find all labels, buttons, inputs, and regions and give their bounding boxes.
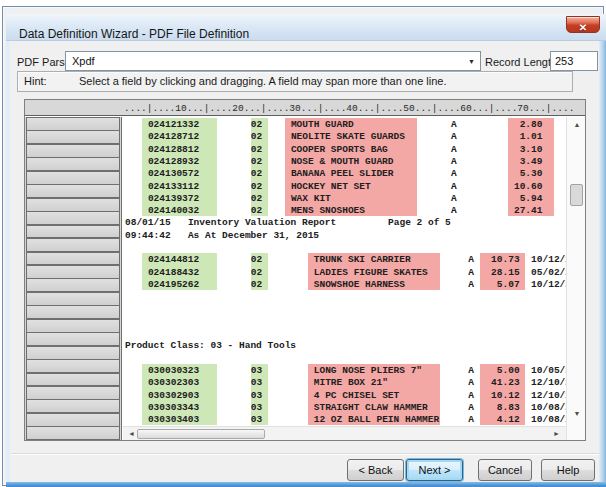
- window-frame-right: [599, 41, 606, 482]
- pdf-parser-value: Xpdf: [72, 55, 95, 67]
- report-text: NEOLITE SKATE GUARDS: [291, 131, 405, 142]
- pdf-parser-select[interactable]: Xpdf ▼: [65, 51, 481, 71]
- report-text: 02: [251, 205, 262, 216]
- gutter-row-cell: [26, 332, 120, 346]
- report-text: SNOWSHOE HARNESS: [314, 279, 405, 290]
- gutter-row-cell: [26, 184, 120, 198]
- report-text: MITRE BOX 21": [314, 377, 388, 388]
- report-text: 08/01/15: [125, 217, 171, 228]
- report-text: A: [468, 365, 474, 376]
- record-length-input[interactable]: [550, 51, 598, 71]
- report-text: 4.12: [497, 414, 520, 425]
- report-text: 5.94: [520, 193, 543, 204]
- hint-label: Hint:: [24, 75, 47, 87]
- help-button[interactable]: Help: [541, 459, 595, 481]
- report-text: A: [451, 119, 457, 130]
- report-text: 03: [251, 390, 262, 401]
- report-text: 02: [251, 131, 262, 142]
- report-text: 02: [251, 144, 262, 155]
- horizontal-scrollbar[interactable]: ◄ ||| ►: [123, 426, 566, 441]
- gutter-row-cell: [26, 171, 120, 185]
- scroll-right-icon[interactable]: ►: [553, 430, 560, 437]
- report-text: BANANA PEEL SLIDER: [291, 168, 394, 179]
- title-bar[interactable]: Data Definition Wizard - PDF File Defini…: [6, 14, 606, 41]
- report-text: 024188432: [148, 267, 199, 278]
- report-text: 024128712: [148, 131, 199, 142]
- report-text: STRAIGHT CLAW HAMMER: [314, 402, 428, 413]
- cancel-button[interactable]: Cancel: [478, 459, 532, 481]
- gutter-row-cell: [26, 252, 120, 266]
- window-frame-left: [6, 41, 10, 482]
- next-button[interactable]: Next >: [406, 459, 463, 481]
- record-length-label: Record Length: [485, 56, 557, 68]
- report-text: 10/08/2: [531, 402, 566, 413]
- report-text: 5.07: [497, 279, 520, 290]
- report-text: A: [451, 168, 457, 179]
- report-text: 030302903: [148, 390, 199, 401]
- vertical-scrollbar[interactable]: ▲ ▼: [566, 117, 586, 441]
- row-gutter: [25, 117, 122, 441]
- report-text: TRUNK SKI CARRIER: [314, 254, 411, 265]
- report-text: As At December 31, 2015: [188, 230, 319, 241]
- report-text: A: [468, 402, 474, 413]
- report-text: A: [451, 144, 457, 155]
- scroll-grip-icon: |||: [197, 439, 205, 441]
- gutter-row-cell: [26, 292, 120, 306]
- report-text: 02: [251, 254, 262, 265]
- report-text: HOCKEY NET SET: [291, 181, 371, 192]
- gutter-row-cell: [26, 319, 120, 333]
- report-text: LONG NOSE PLIERS 7": [314, 365, 422, 376]
- screen: Data Definition Wizard - PDF File Defini…: [0, 0, 606, 487]
- report-text: 10.73: [491, 254, 520, 265]
- report-text: 12/10/2: [531, 390, 566, 401]
- gutter-row-cell: [26, 144, 120, 158]
- report-text: A: [451, 181, 457, 192]
- report-text: 030303343: [148, 402, 199, 413]
- scroll-up-icon[interactable]: ▲: [567, 121, 586, 128]
- report-text: 09:44:42: [125, 230, 171, 241]
- gutter-row-cell: [26, 413, 120, 427]
- report-text: 024195262: [148, 279, 199, 290]
- report-text: 3.10: [520, 144, 543, 155]
- gutter-row-cell: [26, 386, 120, 400]
- chevron-down-icon: ▼: [468, 58, 475, 65]
- report-text: 10.12: [491, 390, 520, 401]
- report-text: 3.49: [520, 156, 543, 167]
- report-text: MOUTH GUARD: [291, 119, 354, 130]
- report-text-area[interactable]: 02412133202MOUTH GUARDA2.8002412871202NE…: [123, 117, 566, 441]
- horizontal-scroll-thumb[interactable]: |||: [137, 429, 265, 439]
- report-text: A: [468, 279, 474, 290]
- vertical-scroll-thumb[interactable]: [570, 184, 583, 206]
- report-text: 024130572: [148, 168, 199, 179]
- report-text: LADIES FIGURE SKATES: [314, 267, 428, 278]
- report-text: 030303403: [148, 414, 199, 425]
- report-text: A: [451, 193, 457, 204]
- report-text: 030302303: [148, 377, 199, 388]
- scroll-left-icon[interactable]: ◄: [128, 430, 135, 437]
- scroll-down-icon[interactable]: ▼: [567, 410, 586, 417]
- back-button[interactable]: < Back: [347, 459, 404, 481]
- report-text: 05/02/2: [531, 267, 566, 278]
- report-text: Product Class: 03 - Hand Tools: [125, 340, 296, 351]
- report-text: 10.60: [514, 181, 543, 192]
- report-text: A: [451, 156, 457, 167]
- report-text: 1.01: [520, 131, 543, 142]
- report-text: 02: [251, 267, 262, 278]
- window-title: Data Definition Wizard - PDF File Defini…: [19, 27, 249, 41]
- close-button[interactable]: ✕: [566, 16, 600, 33]
- report-text: 4 PC CHISEL SET: [314, 390, 400, 401]
- report-text: 02: [251, 119, 262, 130]
- report-text: 024121332: [148, 119, 199, 130]
- gutter-row-cell: [26, 238, 120, 252]
- report-text: A: [468, 377, 474, 388]
- report-text: 02: [251, 168, 262, 179]
- report-text: 03: [251, 365, 262, 376]
- report-text: 024140032: [148, 205, 199, 216]
- report-text: 024128812: [148, 144, 199, 155]
- report-text: Inventory Valuation Report: [188, 217, 336, 228]
- report-text: A: [468, 267, 474, 278]
- column-ruler: ....|....10...|....20...|....30...|....4…: [25, 100, 585, 116]
- report-text: A: [451, 205, 457, 216]
- report-text: 8.83: [497, 402, 520, 413]
- report-text: 5.30: [520, 168, 543, 179]
